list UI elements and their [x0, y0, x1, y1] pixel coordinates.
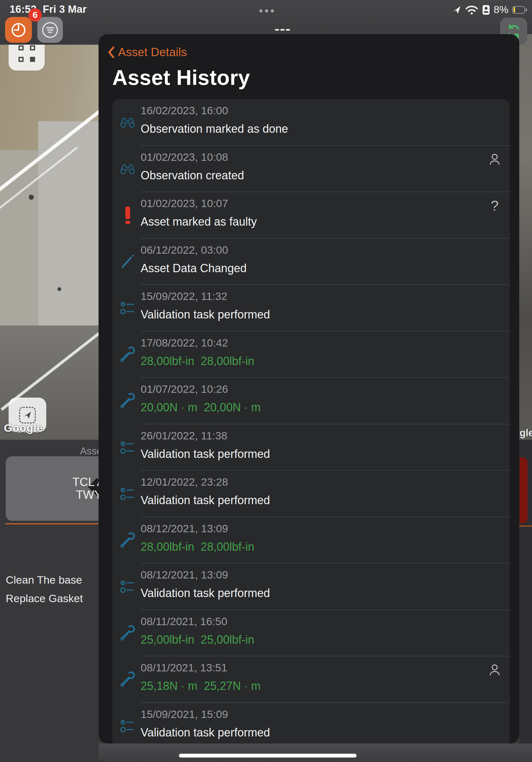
history-row[interactable]: 08/11/2021, 13:51 25,18N · m 25,27N · m … — [112, 656, 510, 703]
history-row[interactable]: 06/12/2022, 03:00 Asset Data Changed — [112, 239, 510, 285]
notification-badge: 6 — [29, 8, 42, 22]
event-date: 08/11/2021, 13:51 — [141, 661, 228, 674]
callout-line1: TCL A — [72, 476, 99, 489]
map-marking — [57, 287, 61, 291]
event-type-icon — [118, 345, 137, 364]
event-date: 08/11/2021, 16:50 — [141, 615, 228, 628]
back-button[interactable]: Asset Details — [108, 45, 187, 59]
event-description: Asset Data Changed — [141, 262, 246, 275]
event-date: 08/12/2021, 13:09 — [141, 569, 228, 581]
window-drag-handle[interactable] — [275, 29, 290, 31]
battery-icon — [512, 6, 527, 14]
dimmed-right-pane: gle — [519, 34, 532, 762]
google-logo-cropped: gle — [519, 427, 532, 439]
event-type-icon — [118, 159, 137, 178]
history-row[interactable]: 15/09/2022, 11:32 Validation task perfor… — [112, 285, 510, 332]
history-row[interactable]: 17/08/2022, 10:42 28,00lbf-in 28,00lbf-i… — [112, 332, 510, 378]
history-row[interactable]: 01/07/2022, 10:26 20,00N · m 20,00N · m — [112, 378, 510, 424]
history-row[interactable]: 16/02/2023, 16:00 Observation marked as … — [112, 99, 510, 146]
event-date: 15/09/2021, 15:09 — [141, 708, 228, 721]
event-date: 01/02/2023, 10:08 — [141, 151, 228, 163]
recent-tasks-button[interactable] — [5, 17, 32, 43]
google-logo: Google — [4, 422, 43, 434]
history-row[interactable]: 08/11/2021, 16:50 25,00lbf-in 25,00lbf-i… — [112, 610, 510, 657]
left-pane-detail: Asset TCL A TWY Clean The base Replace G… — [0, 440, 99, 762]
event-date: 01/02/2023, 10:07 — [141, 197, 228, 210]
event-type-icon — [118, 484, 137, 503]
history-row[interactable]: 15/09/2021, 15:09 Validation task perfor… — [112, 703, 510, 744]
event-type-icon — [118, 577, 137, 596]
history-row[interactable]: 01/02/2023, 10:08 Observation created ? — [112, 146, 510, 192]
history-row[interactable]: 08/12/2021, 13:09 Validation task perfor… — [112, 564, 510, 610]
event-date: 12/01/2022, 23:28 — [141, 476, 228, 488]
task-note: Clean The base — [6, 574, 82, 586]
multitask-dots-icon[interactable]: ••• — [259, 4, 276, 17]
event-meta-icon: ? — [488, 199, 501, 212]
event-description: Observation marked as done — [141, 122, 288, 136]
event-description: Validation task performed — [141, 586, 270, 600]
clock-icon — [10, 21, 27, 38]
event-description: 28,00lbf-in 28,00lbf-in — [141, 354, 254, 368]
event-type-icon — [118, 670, 137, 689]
event-meta-icon: ? — [488, 663, 501, 677]
event-description: Validation task performed — [141, 494, 270, 507]
back-button-label: Asset Details — [118, 45, 187, 59]
event-type-icon — [118, 298, 137, 318]
wifi-icon — [465, 5, 478, 15]
event-type-icon — [118, 205, 137, 225]
asset-history-sheet: Asset Details Asset History — [99, 34, 519, 743]
history-row[interactable]: 26/01/2022, 11:38 Validation task perfor… — [112, 424, 510, 471]
history-row[interactable]: 01/02/2023, 10:07 Asset marked as faulty… — [112, 192, 510, 239]
location-arrow-icon — [452, 5, 461, 14]
accent-divider — [5, 523, 99, 524]
event-type-icon — [118, 717, 137, 735]
map-view-dimmed — [519, 34, 532, 440]
dimmed-bottom-strip — [99, 743, 532, 762]
history-list: 16/02/2023, 16:00 Observation marked as … — [112, 99, 510, 743]
event-description: Observation created — [141, 169, 244, 182]
page-title: Asset History — [112, 65, 250, 90]
fault-button-cropped[interactable] — [519, 457, 528, 523]
history-row[interactable]: 08/12/2021, 13:09 28,00lbf-in 28,00lbf-i… — [112, 517, 510, 564]
event-type-icon — [118, 624, 137, 643]
battery-percent: 8% — [494, 4, 508, 16]
event-description: 20,00N · m 20,00N · m — [141, 401, 261, 414]
map-marking — [29, 194, 34, 200]
qr-scan-button[interactable] — [9, 45, 45, 70]
event-description: Validation task performed — [141, 308, 270, 321]
event-description: Asset marked as faulty — [141, 215, 257, 228]
event-type-icon — [118, 438, 137, 457]
event-type-icon — [118, 252, 137, 271]
map-view[interactable]: Google — [0, 45, 99, 440]
event-date: 06/12/2022, 03:00 — [141, 244, 228, 256]
event-type-icon — [118, 531, 137, 550]
event-description: 28,00lbf-in 28,00lbf-in — [141, 540, 254, 554]
left-pane: Google Asset TCL A TWY Clean The base Re… — [0, 45, 99, 762]
status-right-cluster: 8% — [452, 4, 527, 16]
task-note: Replace Gasket — [6, 592, 83, 605]
chevron-left-icon — [108, 46, 115, 58]
filter-icon — [41, 21, 59, 39]
event-date: 15/09/2022, 11:32 — [141, 290, 228, 302]
history-row[interactable]: 12/01/2022, 23:28 Validation task perfor… — [112, 471, 510, 517]
asset-section-label: Asset — [80, 445, 99, 457]
event-meta-icon: ? — [488, 153, 501, 166]
event-date: 08/12/2021, 13:09 — [141, 522, 228, 535]
accent-divider — [519, 526, 532, 526]
filter-button[interactable] — [37, 17, 63, 43]
navigation-arrow-icon — [19, 407, 36, 423]
event-date: 01/07/2022, 10:26 — [141, 383, 228, 395]
home-indicator[interactable] — [179, 754, 357, 758]
event-description: 25,00lbf-in 25,00lbf-in — [141, 633, 254, 647]
event-description: 25,18N · m 25,27N · m — [141, 679, 261, 693]
status-date: Fri 3 Mar — [43, 3, 87, 15]
event-description: Validation task performed — [141, 447, 270, 461]
event-date: 17/08/2022, 10:42 — [141, 337, 228, 349]
focus-person-icon — [482, 5, 490, 15]
event-date: 26/01/2022, 11:38 — [141, 429, 228, 442]
event-description: Validation task performed — [141, 726, 270, 739]
event-date: 16/02/2023, 16:00 — [141, 104, 228, 117]
event-type-icon — [118, 391, 137, 410]
callout-line2: TWY — [76, 488, 99, 501]
event-type-icon — [118, 113, 137, 132]
